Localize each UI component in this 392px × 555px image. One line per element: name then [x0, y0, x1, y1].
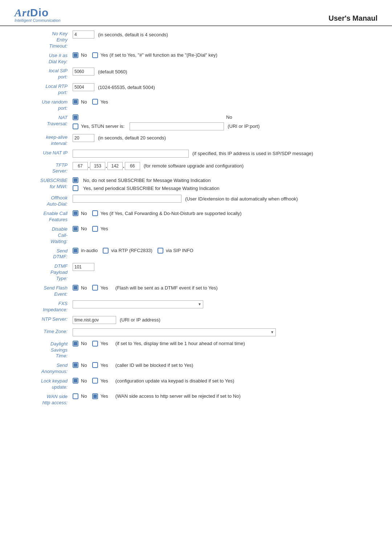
field-lock-keypad: No Yes (configuration update via keypad … — [73, 377, 377, 384]
radio-ecf-no[interactable] — [73, 210, 78, 216]
field-use-hash-dial-key: No Yes (if set to Yes, "#" will function… — [73, 52, 377, 58]
input-no-key-entry-timeout[interactable] — [73, 31, 94, 39]
radio-nat-yes[interactable] — [73, 123, 78, 129]
page-title: User's Manaul — [328, 14, 377, 23]
radio-dtmf-sip[interactable] — [158, 248, 163, 254]
radio-mwi-yes[interactable] — [73, 185, 78, 191]
ip-octet-3[interactable] — [107, 162, 123, 170]
nat-yes-label: Yes, STUN server is: — [81, 123, 124, 129]
desc-use-nat-ip: (if specified, this IP address is used i… — [192, 151, 313, 156]
row-local-sip-port: local SIPport: (default 5060) — [15, 67, 377, 80]
radio-wan-yes[interactable] — [92, 393, 98, 399]
radio-flash-yes[interactable] — [92, 285, 98, 291]
select-arrow-time-zone: ▼ — [270, 330, 274, 334]
logo-area: ArtDio Intelligent Communication — [15, 7, 61, 23]
radio-anon-yes[interactable] — [92, 362, 98, 368]
radio-mwi-no[interactable] — [73, 177, 78, 183]
radio-dst-no-label: No — [81, 341, 87, 346]
input-local-sip-port[interactable] — [73, 68, 94, 76]
desc-dst: (if set to Yes, display time will be 1 h… — [115, 341, 245, 346]
input-stun-server[interactable] — [130, 122, 224, 130]
radio-hash-no-label: No — [81, 52, 87, 58]
radio-flash-yes-label: Yes — [101, 285, 108, 291]
radio-dtmf-rtp-label: via RTP (RFC2833) — [111, 248, 152, 253]
label-use-random-port: Use randomport: — [15, 98, 73, 112]
field-use-random-port: No Yes — [73, 98, 377, 105]
field-no-key-entry-timeout: (in seconds, default is 4 seconds) — [73, 30, 377, 39]
field-subscribe-mwi: No, do not send SUBSCRIBE for Message Wa… — [73, 177, 377, 192]
radio-dtmf-sip-label: via SIP INFO — [166, 248, 193, 253]
label-wan-side-http: WAN sidehttp access: — [15, 393, 73, 406]
field-local-rtp-port: (1024-65535, default 5004) — [73, 82, 377, 91]
input-dtmf-payload-type[interactable] — [73, 263, 94, 271]
logo: ArtDio — [15, 7, 61, 19]
desc-lku: (configuration update via keypad is disa… — [115, 378, 234, 384]
select-arrow-fxs: ▼ — [198, 302, 201, 306]
ip-dot-2: . — [106, 163, 107, 169]
radio-hash-yes[interactable] — [92, 52, 98, 58]
field-wan-side-http: No Yes (WAN side access to http server w… — [73, 393, 377, 399]
field-send-anonymous: No Yes (caller ID will be blocked if set… — [73, 361, 377, 368]
label-send-dtmf: SendDTMF: — [15, 247, 73, 260]
label-local-sip-port: local SIPport: — [15, 67, 73, 80]
radio-wan-no-label: No — [81, 393, 87, 399]
ip-octet-1[interactable] — [73, 162, 88, 170]
radio-dst-no[interactable] — [73, 341, 78, 347]
mwi-yes-label: Yes, send periodical SUBSCRIBE for Messa… — [83, 186, 220, 191]
input-local-rtp-port[interactable] — [73, 83, 94, 91]
label-disable-call-waiting: DisableCall-Waiting: — [15, 225, 73, 245]
label-time-zone: Time Zone: — [15, 328, 73, 335]
radio-ecf-yes[interactable] — [92, 210, 98, 216]
radio-dcw-yes-label: Yes — [101, 226, 108, 231]
radio-anon-yes-label: Yes — [101, 362, 108, 368]
field-ntp-server: (URI or IP address) — [73, 315, 377, 324]
row-use-nat-ip: Use NAT IP (if specified, this IP addres… — [15, 149, 377, 159]
label-send-flash-event: Send FlashEvent: — [15, 284, 73, 297]
radio-dtmf-rtp[interactable] — [103, 248, 109, 254]
input-offhook-auto-dial[interactable] — [73, 195, 181, 203]
select-time-zone[interactable]: ▼ — [73, 328, 276, 336]
ip-octet-4[interactable] — [125, 162, 140, 170]
radio-random-yes[interactable] — [92, 99, 98, 105]
input-keep-alive[interactable] — [73, 134, 94, 142]
radio-dcw-no[interactable] — [73, 226, 78, 232]
radio-lku-no[interactable] — [73, 378, 78, 384]
content-area: No KeyEntryTimeout: (in seconds, default… — [0, 26, 392, 412]
radio-nat-no[interactable] — [73, 114, 78, 120]
input-ntp-server[interactable] — [73, 316, 116, 324]
select-fxs-impedance[interactable]: ▼ — [73, 300, 203, 308]
label-tftp-server: TFTPServer: — [15, 161, 73, 175]
ip-octet-2[interactable] — [90, 162, 105, 170]
label-daylight-savings: DaylightSavingsTime: — [15, 340, 73, 360]
radio-dtmf-audio[interactable] — [73, 248, 78, 254]
ip-dot-1: . — [88, 163, 90, 169]
radio-ecf-no-label: No — [81, 211, 87, 216]
row-enable-call-features: Enable CallFeatures No Yes (if Yes, Call… — [15, 210, 377, 223]
desc-offhook: (User ID/extension to dial automatically… — [185, 196, 298, 202]
row-offhook-auto-dial: OffhookAuto-Dial: (User ID/extension to … — [15, 194, 377, 207]
ip-dot-3: . — [123, 163, 124, 169]
radio-lku-yes[interactable] — [92, 378, 98, 384]
radio-dcw-yes[interactable] — [92, 226, 98, 232]
radio-flash-no[interactable] — [73, 285, 78, 291]
field-dtmf-payload-type — [73, 262, 377, 271]
radio-dst-yes-label: Yes — [101, 341, 108, 346]
radio-wan-yes-label: Yes — [101, 393, 108, 399]
radio-ecf-yes-label: Yes (if Yes, Call Forwarding & Do-Not-Di… — [101, 211, 242, 216]
page: ArtDio Intelligent Communication User's … — [0, 0, 392, 555]
field-daylight-savings: No Yes (if set to Yes, display time will… — [73, 340, 377, 347]
radio-anon-no[interactable] — [73, 362, 78, 368]
label-ntp-server: NTP Server: — [15, 315, 73, 323]
radio-wan-no[interactable] — [73, 393, 78, 399]
logo-subtitle: Intelligent Communication — [15, 18, 61, 23]
radio-random-no[interactable] — [73, 99, 78, 105]
header: ArtDio Intelligent Communication User's … — [0, 0, 392, 26]
field-nat-traversal: No Yes, STUN server is: (URI or IP:port) — [73, 114, 377, 131]
ip-group-tftp: . . . — [73, 162, 140, 170]
radio-hash-no[interactable] — [73, 52, 78, 58]
radio-dst-yes[interactable] — [92, 341, 98, 347]
row-use-hash-dial-key: Use # asDial Key: No Yes (if set to Yes,… — [15, 52, 377, 65]
input-use-nat-ip[interactable] — [73, 150, 189, 158]
field-offhook-auto-dial: (User ID/extension to dial automatically… — [73, 194, 377, 203]
label-no-key-entry-timeout: No KeyEntryTimeout: — [15, 30, 73, 49]
